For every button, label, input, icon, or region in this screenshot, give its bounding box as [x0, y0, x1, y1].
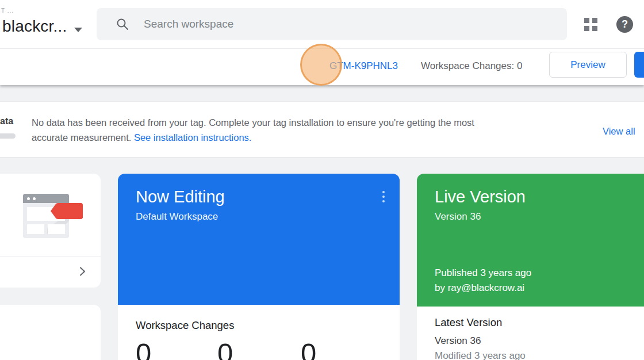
annotation-highlight-circle [300, 44, 342, 86]
workspace-changes-count-2: 0 [217, 337, 233, 360]
now-editing-header: Now Editing Default Workspace [118, 174, 400, 305]
workspace-changes-count: Workspace Changes: 0 [421, 60, 522, 72]
red-tag-icon [51, 203, 83, 219]
workspace-changes-count-3: 0 [301, 337, 316, 360]
search-icon [116, 17, 129, 31]
install-tag-card [0, 174, 101, 288]
search-placeholder: Search workspace [144, 18, 233, 30]
account-breadcrumb-fragment: T ... [1, 7, 14, 14]
now-editing-workspace-name: Default Workspace [136, 211, 218, 223]
workspace-changes-section-title: Workspace Changes [136, 319, 234, 332]
workspace-changes-count-1: 0 [136, 337, 151, 360]
search-input[interactable]: Search workspace [97, 8, 567, 40]
installation-instructions-link[interactable]: See installation instructions. [134, 132, 252, 143]
notification-text: No data has been received from your tag.… [32, 115, 549, 145]
left-secondary-card [0, 305, 101, 360]
kebab-menu-icon[interactable] [376, 188, 391, 205]
live-version-number: Version 36 [435, 211, 481, 223]
view-all-link[interactable]: View all [603, 126, 635, 137]
notification-progress-bar [0, 133, 16, 139]
chevron-right-icon [76, 266, 88, 277]
published-date: Published 3 years ago [435, 267, 531, 279]
latest-version-number: Version 36 [435, 335, 481, 347]
published-by: by ray@blackcrow.ai [435, 282, 524, 294]
now-editing-card: Now Editing Default Workspace Workspace … [118, 174, 400, 360]
notification-label-fragment: ata [0, 116, 13, 127]
tag-installation-illustration [23, 194, 69, 238]
apps-grid-icon[interactable] [584, 18, 598, 31]
live-version-header: Live Version Version 36 Published 3 year… [417, 174, 644, 307]
submit-button[interactable] [634, 52, 644, 78]
now-editing-title: Now Editing [136, 187, 225, 206]
install-tag-card-action[interactable] [0, 256, 101, 288]
help-icon[interactable]: ? [616, 16, 633, 33]
latest-version-modified: Modified 3 years ago [435, 350, 526, 360]
app-header: T ... blackcr... Search workspace ? [0, 0, 644, 49]
live-version-card: Live Version Version 36 Published 3 year… [417, 174, 644, 360]
live-version-title: Live Version [435, 187, 526, 206]
container-selector-label: blackcr... [2, 17, 67, 36]
no-data-notification: ata No data has been received from your … [0, 101, 644, 158]
chevron-down-icon [74, 28, 82, 32]
latest-version-title: Latest Version [435, 316, 502, 329]
preview-button[interactable]: Preview [549, 52, 627, 78]
